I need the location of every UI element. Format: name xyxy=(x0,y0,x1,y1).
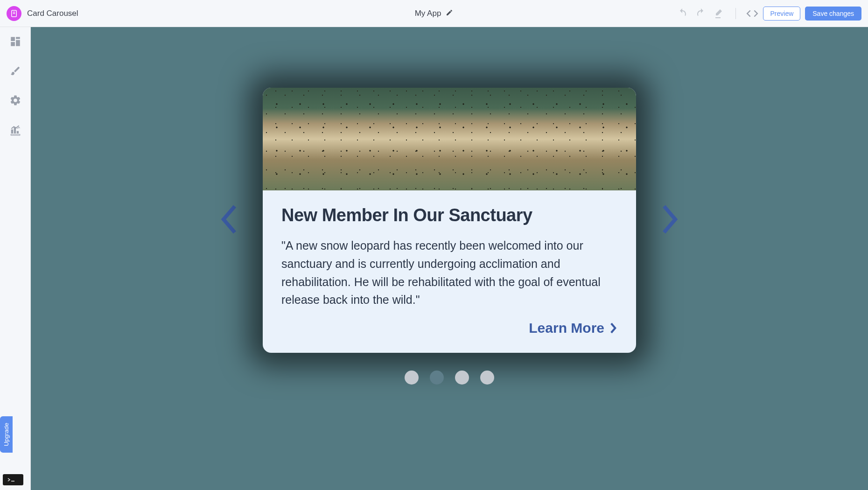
carousel: New Member In Our Sanctuary "A new snow … xyxy=(217,88,682,353)
analytics-icon[interactable] xyxy=(9,124,21,138)
carousel-next-icon[interactable] xyxy=(658,203,682,238)
layout-icon[interactable] xyxy=(9,35,21,49)
carousel-card: New Member In Our Sanctuary "A new snow … xyxy=(263,88,636,353)
preview-button[interactable]: Preview xyxy=(763,7,800,21)
carousel-dots xyxy=(405,371,494,385)
app-logo-icon[interactable] xyxy=(7,6,21,21)
save-button[interactable]: Save changes xyxy=(805,7,861,21)
carousel-dot-0[interactable] xyxy=(405,371,419,385)
carousel-dot-2[interactable] xyxy=(455,371,469,385)
carousel-dot-1[interactable] xyxy=(430,371,444,385)
carousel-dot-3[interactable] xyxy=(480,371,494,385)
pencil-icon[interactable] xyxy=(446,9,453,18)
app-title[interactable]: My App xyxy=(415,9,441,18)
brush-icon[interactable] xyxy=(10,65,21,78)
card-link[interactable]: Learn More xyxy=(281,320,617,336)
carousel-prev-icon[interactable] xyxy=(217,203,241,238)
canvas: New Member In Our Sanctuary "A new snow … xyxy=(31,27,868,490)
gear-icon[interactable] xyxy=(9,94,21,108)
redo-icon[interactable] xyxy=(695,8,707,19)
console-icon[interactable] xyxy=(3,474,23,485)
svg-rect-3 xyxy=(11,130,13,133)
undo-icon[interactable] xyxy=(677,8,688,19)
card-image xyxy=(263,88,636,190)
svg-rect-5 xyxy=(17,131,18,133)
page-name: Card Carousel xyxy=(27,9,78,18)
gavel-icon[interactable] xyxy=(714,8,725,19)
code-icon[interactable] xyxy=(746,7,758,20)
card-link-label: Learn More xyxy=(529,320,604,336)
topbar: Card Carousel My App Preview Save change… xyxy=(0,0,868,27)
card-title: New Member In Our Sanctuary xyxy=(281,205,617,225)
upgrade-tab[interactable]: Upgrade xyxy=(0,416,13,453)
card-body-text: "A new snow leopard has recently been we… xyxy=(281,237,617,309)
